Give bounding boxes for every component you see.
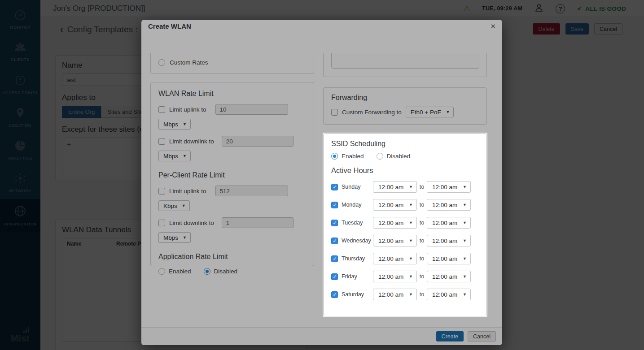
- forwarding-panel: Forwarding Custom Forwarding to Eth0 + P…: [323, 87, 487, 125]
- checkbox-icon[interactable]: [158, 220, 165, 226]
- wlan-uplink-unit-select[interactable]: Mbps ▼: [158, 119, 191, 130]
- end-time-select[interactable]: 12:00 am▼: [427, 253, 471, 264]
- day-label: Thursday: [342, 255, 373, 262]
- chevron-down-icon: ▼: [409, 292, 413, 297]
- to-label: to: [417, 202, 427, 208]
- disabled-radio-icon[interactable]: [377, 153, 383, 160]
- chevron-down-icon: ▼: [463, 220, 467, 225]
- client-downlink-value-input[interactable]: [222, 217, 294, 228]
- radio-icon[interactable]: [158, 59, 165, 66]
- start-time-value: 12:00 am: [378, 184, 403, 190]
- end-time-select[interactable]: 12:00 am▼: [427, 217, 471, 229]
- schedule-row-friday: Friday 12:00 am▼ to 12:00 am▼: [331, 271, 479, 282]
- start-time-select[interactable]: 12:00 am▼: [373, 217, 417, 229]
- disabled-label: Disabled: [387, 153, 411, 160]
- unit-label: Mbps: [163, 153, 178, 160]
- start-time-select[interactable]: 12:00 am▼: [373, 181, 417, 193]
- limit-uplink-label: Limit uplink to: [169, 106, 206, 113]
- checkbox-icon[interactable]: [331, 109, 338, 116]
- checkbox-icon[interactable]: [331, 255, 338, 262]
- wlan-uplink-value-input[interactable]: [215, 104, 288, 115]
- create-wlan-modal: Create WLAN ✕ High Density (no 11b, no 1…: [141, 20, 502, 345]
- client-uplink-value-input[interactable]: [215, 186, 288, 196]
- custom-rates-label: Custom Rates: [170, 59, 208, 66]
- empty-text-area[interactable]: [331, 53, 479, 69]
- day-label: Saturday: [342, 291, 373, 298]
- end-time-select[interactable]: 12:00 am▼: [427, 289, 471, 300]
- start-time-value: 12:00 am: [378, 220, 403, 226]
- chevron-down-icon: ▼: [409, 185, 413, 189]
- to-label: to: [417, 291, 427, 298]
- modal-title: Create WLAN: [148, 22, 191, 30]
- unit-label: Mbps: [163, 234, 178, 241]
- start-time-select[interactable]: 12:00 am▼: [373, 235, 417, 246]
- chevron-down-icon: ▼: [463, 238, 467, 243]
- end-time-select[interactable]: 12:00 am▼: [427, 271, 471, 282]
- modal-scroll-area[interactable]: High Density (no 11b, no 11ag, min bitra…: [141, 53, 502, 327]
- enabled-radio-icon[interactable]: [331, 153, 338, 160]
- create-button[interactable]: Create: [436, 331, 464, 341]
- chevron-down-icon: ▼: [463, 274, 467, 279]
- custom-forwarding-label: Custom Forwarding to: [342, 109, 402, 116]
- schedule-row-thursday: Thursday 12:00 am▼ to 12:00 am▼: [331, 253, 479, 264]
- end-time-select[interactable]: 12:00 am▼: [427, 235, 471, 246]
- app-root: MONITOR CLIENTS ACCESS POINTS LOCATION A: [0, 0, 644, 350]
- wlan-downlink-value-input[interactable]: [222, 136, 294, 147]
- ssid-scheduling-options: Enabled Disabled: [331, 153, 479, 160]
- checkbox-icon[interactable]: [331, 273, 338, 280]
- unit-label: Kbps: [163, 203, 177, 209]
- enabled-radio-icon[interactable]: [158, 268, 165, 275]
- checkbox-icon[interactable]: [331, 291, 338, 298]
- custom-rates-option[interactable]: Custom Rates: [158, 59, 208, 66]
- start-time-value: 12:00 am: [378, 255, 403, 262]
- enabled-label: Enabled: [342, 153, 364, 160]
- application-rate-limit-options: Enabled Disabled: [158, 268, 306, 275]
- start-time-select[interactable]: 12:00 am▼: [373, 271, 417, 282]
- chevron-down-icon: ▼: [183, 235, 187, 240]
- start-time-select[interactable]: 12:00 am▼: [373, 199, 417, 211]
- end-time-select[interactable]: 12:00 am▼: [427, 181, 471, 193]
- wlan-rate-limit-title: WLAN Rate Limit: [158, 90, 306, 98]
- checkbox-icon[interactable]: [158, 106, 165, 113]
- limit-downlink-label: Limit downlink to: [169, 220, 214, 226]
- close-icon[interactable]: ✕: [490, 22, 496, 30]
- start-time-select[interactable]: 12:00 am▼: [373, 253, 417, 264]
- active-hours-title: Active Hours: [331, 166, 479, 175]
- disabled-radio-icon[interactable]: [204, 268, 210, 275]
- checkbox-icon[interactable]: [158, 188, 165, 194]
- start-time-select[interactable]: 12:00 am▼: [373, 289, 417, 300]
- end-time-value: 12:00 am: [432, 273, 457, 280]
- modal-cancel-button[interactable]: Cancel: [468, 331, 496, 341]
- chevron-down-icon: ▼: [409, 238, 413, 243]
- chevron-down-icon: ▼: [463, 292, 467, 297]
- client-downlink-unit-select[interactable]: Mbps ▼: [158, 232, 191, 243]
- forwarding-target-select[interactable]: Eth0 + PoE ▼: [406, 107, 454, 117]
- checkbox-icon[interactable]: [331, 238, 338, 244]
- day-label: Friday: [342, 273, 373, 280]
- wlan-downlink-unit-select[interactable]: Mbps ▼: [158, 151, 191, 161]
- end-time-value: 12:00 am: [432, 291, 457, 298]
- checkbox-icon[interactable]: [331, 184, 338, 190]
- chevron-down-icon: ▼: [463, 185, 467, 189]
- modal-footer: Create Cancel: [141, 327, 502, 345]
- chevron-down-icon: ▼: [409, 220, 413, 225]
- end-time-value: 12:00 am: [432, 184, 457, 190]
- data-rates-panel: High Density (no 11b, no 11ag, min bitra…: [150, 53, 314, 74]
- chevron-down-icon: ▼: [182, 203, 186, 208]
- forwarding-title: Forwarding: [331, 94, 479, 102]
- modal-header: Create WLAN ✕: [141, 20, 502, 33]
- start-time-value: 12:00 am: [378, 238, 403, 244]
- schedule-row-wednesday: Wednesday 12:00 am▼ to 12:00 am▼: [331, 235, 479, 246]
- day-label: Tuesday: [342, 220, 373, 226]
- end-time-value: 12:00 am: [432, 202, 457, 208]
- day-label: Sunday: [342, 184, 373, 190]
- end-time-select[interactable]: 12:00 am▼: [427, 199, 471, 211]
- client-uplink-unit-select[interactable]: Kbps ▼: [158, 200, 190, 211]
- start-time-value: 12:00 am: [378, 273, 403, 280]
- to-label: to: [417, 255, 427, 262]
- checkbox-icon[interactable]: [331, 220, 338, 226]
- checkbox-icon[interactable]: [331, 202, 338, 208]
- data-rates-clipped-option[interactable]: High Density (no 11b, no 11ag, min bitra…: [158, 53, 293, 55]
- checkbox-icon[interactable]: [158, 138, 165, 145]
- client-uplink-row: Limit uplink to: [158, 186, 306, 196]
